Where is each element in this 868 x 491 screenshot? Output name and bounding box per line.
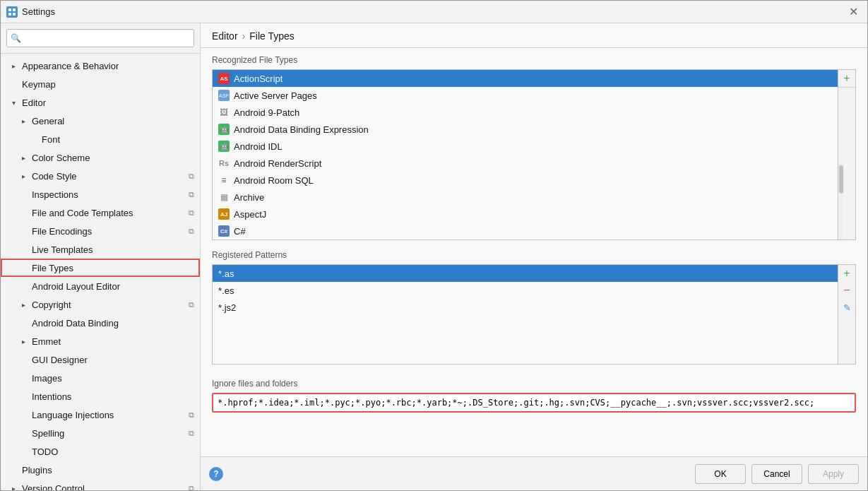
list-item-archive[interactable]: ▦ Archive <box>213 189 838 206</box>
remove-pattern-button[interactable]: − <box>838 282 855 299</box>
aspectj-icon: AJ <box>218 208 230 220</box>
sidebar-item-language-injections[interactable]: Language Injections ⧉ <box>1 406 200 424</box>
recognized-file-types-section: Recognized File Types AS ActionScript AS… <box>201 48 867 247</box>
search-area: 🔍 <box>1 23 200 54</box>
sidebar-item-label: General <box>32 116 200 126</box>
help-button[interactable]: ? <box>209 467 223 481</box>
title-bar: Settings ✕ <box>1 1 867 23</box>
content-area: 🔍 Appearance & Behavior Keymap <box>1 23 867 490</box>
list-item-aspectj[interactable]: AJ AspectJ <box>213 206 838 223</box>
recognized-file-types-buttons: + <box>838 70 855 239</box>
recognized-file-types-title: Recognized File Types <box>212 55 856 65</box>
copy-icon-version-control: ⧉ <box>189 484 194 491</box>
sidebar-item-general[interactable]: General <box>1 112 200 130</box>
registered-patterns-list[interactable]: *.as *.es *.js2 <box>213 265 838 364</box>
sidebar-item-android-layout-editor[interactable]: Android Layout Editor <box>1 277 200 295</box>
ignore-files-section: Ignore files and folders <box>201 372 867 456</box>
breadcrumb-separator: › <box>242 30 246 42</box>
copy-icon-code-style: ⧉ <box>189 172 194 181</box>
sidebar-item-label: File Types <box>32 263 200 273</box>
sidebar-item-todo[interactable]: TODO <box>1 442 200 461</box>
sidebar-item-color-scheme[interactable]: Color Scheme <box>1 148 200 167</box>
sidebar-item-label: Code Style <box>32 171 189 182</box>
pattern-item-es[interactable]: *.es <box>213 282 838 299</box>
bottom-bar: ? OK Cancel Apply <box>201 456 867 490</box>
apply-button[interactable]: Apply <box>808 464 859 484</box>
main-panel: Editor › File Types Recognized File Type… <box>201 23 867 490</box>
recognized-file-types-list[interactable]: AS ActionScript ASP Active Server Pages … <box>213 70 838 239</box>
list-item-actionscript[interactable]: AS ActionScript <box>213 70 838 87</box>
sidebar-item-label: Images <box>32 373 200 384</box>
pattern-item-as[interactable]: *.as <box>213 265 838 282</box>
sidebar-item-font[interactable]: Font <box>1 130 200 148</box>
cancel-button[interactable]: Cancel <box>751 464 802 484</box>
ignore-files-input[interactable] <box>212 393 856 413</box>
list-item-label: Android RenderScript <box>234 158 321 169</box>
sidebar-item-inspections[interactable]: Inspections ⧉ <box>1 185 200 203</box>
list-item-android-9-patch[interactable]: 🖼 Android 9-Patch <box>213 104 838 121</box>
list-item-active-server-pages[interactable]: ASP Active Server Pages <box>213 87 838 104</box>
svg-rect-2 <box>8 13 11 16</box>
sidebar-item-version-control[interactable]: Version Control ⧉ <box>1 479 200 490</box>
sidebar-item-label: Color Scheme <box>32 153 200 163</box>
add-file-type-button[interactable]: + <box>838 70 855 87</box>
sidebar-item-file-code-templates[interactable]: File and Code Templates ⧉ <box>1 203 200 222</box>
sidebar-item-label: Font <box>42 134 200 145</box>
sidebar-item-label: Android Layout Editor <box>32 281 200 292</box>
svg-rect-3 <box>13 13 16 16</box>
sidebar-item-intentions[interactable]: Intentions <box>1 387 200 406</box>
sidebar-item-appearance[interactable]: Appearance & Behavior <box>1 57 200 75</box>
sidebar-item-editor[interactable]: Editor <box>1 93 200 112</box>
expand-arrow-general <box>22 117 32 125</box>
list-item-android-idl[interactable]: 🤖 Android IDL <box>213 138 838 155</box>
sidebar-item-label: Spelling <box>32 428 189 439</box>
search-input[interactable] <box>6 29 194 47</box>
sidebar: 🔍 Appearance & Behavior Keymap <box>1 23 201 490</box>
ignore-files-title: Ignore files and folders <box>212 379 856 389</box>
panel-body: Recognized File Types AS ActionScript AS… <box>201 48 867 456</box>
sidebar-item-label: Version Control <box>22 483 189 491</box>
actionscript-icon: AS <box>218 73 230 84</box>
sidebar-item-android-data-binding[interactable]: Android Data Binding <box>1 314 200 332</box>
add-pattern-button[interactable]: + <box>838 265 855 282</box>
sidebar-item-emmet[interactable]: Emmet <box>1 332 200 350</box>
sidebar-item-plugins[interactable]: Plugins <box>1 461 200 479</box>
sidebar-item-file-encodings[interactable]: File Encodings ⧉ <box>1 222 200 240</box>
close-button[interactable]: ✕ <box>845 4 862 20</box>
sidebar-item-label: Editor <box>22 97 200 108</box>
pattern-item-js2[interactable]: *.js2 <box>213 299 838 316</box>
sidebar-item-label: GUI Designer <box>32 355 200 365</box>
pattern-label: *.js2 <box>218 302 236 313</box>
sidebar-item-keymap[interactable]: Keymap <box>1 75 200 93</box>
window-icon <box>6 6 18 18</box>
expand-arrow-appearance <box>12 62 22 70</box>
sidebar-item-label: Intentions <box>32 391 200 402</box>
expand-arrow-copyright <box>22 301 32 309</box>
sidebar-item-label: Appearance & Behavior <box>22 61 200 71</box>
sidebar-item-copyright[interactable]: Copyright ⧉ <box>1 295 200 314</box>
android-idl-icon: 🤖 <box>218 141 230 152</box>
asp-icon: ASP <box>218 90 230 101</box>
sidebar-item-images[interactable]: Images <box>1 369 200 387</box>
sidebar-item-label: Android Data Binding <box>32 318 200 329</box>
list-item-android-renderscript[interactable]: Rs Android RenderScript <box>213 155 838 172</box>
copy-icon-language-injections: ⧉ <box>189 410 194 420</box>
sidebar-item-file-types[interactable]: File Types <box>1 259 200 277</box>
sidebar-item-live-templates[interactable]: Live Templates <box>1 240 200 259</box>
csharp-icon: C# <box>218 225 230 237</box>
settings-window: Settings ✕ 🔍 Appearance & Behavior <box>0 0 868 491</box>
list-item-android-room-sql[interactable]: ≡ Android Room SQL <box>213 172 838 189</box>
pattern-label: *.as <box>218 268 234 279</box>
ok-button[interactable]: OK <box>695 464 746 484</box>
window-title: Settings <box>22 6 845 17</box>
sidebar-item-label: Copyright <box>32 300 189 310</box>
sidebar-item-spelling[interactable]: Spelling ⧉ <box>1 424 200 442</box>
registered-patterns-list-container: *.as *.es *.js2 + − ✎ <box>212 264 856 365</box>
list-item-label: C# <box>234 226 246 237</box>
sidebar-item-code-style[interactable]: Code Style ⧉ <box>1 167 200 185</box>
sidebar-item-gui-designer[interactable]: GUI Designer <box>1 350 200 369</box>
list-item-android-data-binding[interactable]: 🤖 Android Data Binding Expression <box>213 121 838 138</box>
list-item-csharp[interactable]: C# C# <box>213 223 838 239</box>
edit-pattern-button[interactable]: ✎ <box>838 299 855 316</box>
copy-icon-inspections: ⧉ <box>189 190 194 199</box>
